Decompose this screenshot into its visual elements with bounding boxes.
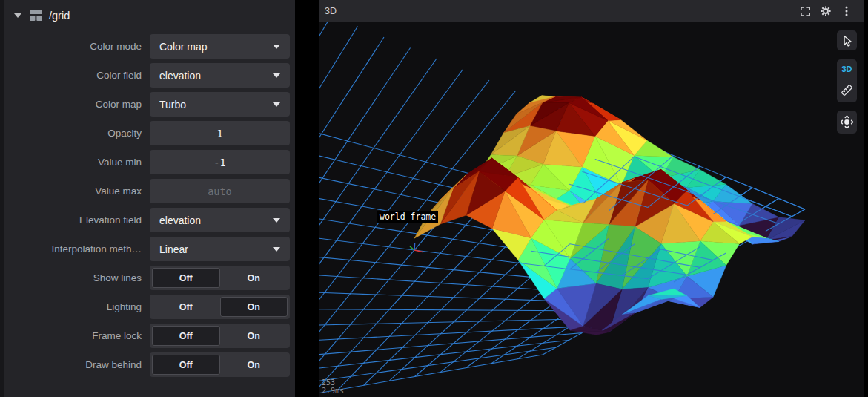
camera-3d-mode-button[interactable]: 3D xyxy=(841,65,852,73)
panel-3d: 3D world-frame 253 xyxy=(319,0,864,397)
lighting-toggle[interactable]: OffOn xyxy=(150,295,290,319)
settings-row-color-mode: Color modeColor map xyxy=(4,34,295,59)
render-count: 253 xyxy=(322,378,344,387)
topic-header[interactable]: /grid xyxy=(4,0,295,31)
value-max-label: Value max xyxy=(10,186,150,197)
pan-camera-button[interactable] xyxy=(837,111,857,134)
elevation-field-label: Elevation field xyxy=(10,214,150,226)
settings-gear-icon[interactable] xyxy=(818,3,834,19)
chevron-down-icon xyxy=(273,73,280,78)
settings-rows: Color modeColor mapColor fieldelevationC… xyxy=(4,31,295,377)
frame-lock-option-on[interactable]: On xyxy=(220,326,288,346)
chevron-down-icon xyxy=(273,247,280,252)
settings-sidebar: /grid Color modeColor mapColor fieldelev… xyxy=(0,0,295,397)
settings-row-value-min: Value min-1 xyxy=(4,150,295,174)
frame-lock-label: Frame lock xyxy=(10,330,150,341)
settings-row-value-max: Value maxauto xyxy=(4,179,295,203)
value-min-input[interactable]: -1 xyxy=(150,150,290,174)
settings-row-opacity: Opacity1 xyxy=(4,121,295,145)
frame-lock-option-off-selected[interactable]: Off xyxy=(152,326,220,346)
color-field-dropdown[interactable]: elevation xyxy=(150,63,290,88)
interpolation-method-value: Linear xyxy=(159,243,188,255)
color-field-label: Color field xyxy=(10,70,150,81)
opacity-input[interactable]: 1 xyxy=(150,121,290,145)
chevron-down-icon xyxy=(273,218,280,223)
show-lines-label: Show lines xyxy=(10,272,150,283)
color-mode-dropdown[interactable]: Color map xyxy=(150,34,290,59)
color-map-value: Turbo xyxy=(159,99,186,111)
value-max-input[interactable]: auto xyxy=(150,179,290,203)
settings-row-lighting: LightingOffOn xyxy=(4,295,295,319)
chevron-down-icon xyxy=(273,102,280,107)
grid-topic-icon xyxy=(30,10,42,21)
settings-row-color-map: Color mapTurbo xyxy=(4,92,295,117)
show-lines-toggle[interactable]: OffOn xyxy=(150,266,290,290)
color-mode-value: Color map xyxy=(159,41,208,53)
interpolation-method-dropdown[interactable]: Linear xyxy=(150,237,290,261)
elevation-field-dropdown[interactable]: elevation xyxy=(150,208,290,232)
lighting-option-off[interactable]: Off xyxy=(152,297,220,317)
opacity-value: 1 xyxy=(216,128,222,140)
color-map-dropdown[interactable]: Turbo xyxy=(150,92,290,117)
draw-behind-option-off-selected[interactable]: Off xyxy=(152,355,220,375)
settings-row-interpolation-method: Interpolation meth…Linear xyxy=(4,237,295,261)
lighting-label: Lighting xyxy=(10,301,150,312)
panel-title: 3D xyxy=(325,6,792,16)
color-field-value: elevation xyxy=(159,70,201,82)
settings-row-elevation-field: Elevation fieldelevation xyxy=(4,208,295,232)
settings-row-show-lines: Show linesOffOn xyxy=(4,266,295,290)
settings-row-frame-lock: Frame lockOffOn xyxy=(4,324,295,348)
show-lines-option-on[interactable]: On xyxy=(220,268,288,288)
app-window: /grid Color modeColor mapColor fieldelev… xyxy=(0,0,868,397)
panel-3d-header: 3D xyxy=(319,0,864,22)
render-stats: 253 2.9ms xyxy=(322,378,344,395)
3d-viewport[interactable]: world-frame 253 2.9ms 3D xyxy=(319,22,864,397)
expand-caret-icon[interactable] xyxy=(14,13,21,18)
color-mode-label: Color mode xyxy=(10,41,150,52)
select-pointer-button[interactable] xyxy=(837,30,857,50)
draw-behind-option-on[interactable]: On xyxy=(220,355,288,375)
frame-lock-toggle[interactable]: OffOn xyxy=(150,324,290,348)
measure-ruler-icon[interactable] xyxy=(840,83,854,97)
value-min-value: -1 xyxy=(213,157,225,168)
show-lines-option-off-selected[interactable]: Off xyxy=(152,268,220,288)
draw-behind-label: Draw behind xyxy=(10,359,150,370)
opacity-label: Opacity xyxy=(10,128,150,139)
topic-title: /grid xyxy=(49,10,70,22)
frame-time: 2.9ms xyxy=(322,387,344,395)
panel-divider[interactable] xyxy=(295,0,319,397)
settings-row-color-field: Color fieldelevation xyxy=(4,63,295,88)
lighting-option-on-selected[interactable]: On xyxy=(220,297,288,317)
color-map-label: Color map xyxy=(10,99,150,110)
settings-row-draw-behind: Draw behindOffOn xyxy=(4,352,295,377)
draw-behind-toggle[interactable]: OffOn xyxy=(150,352,290,377)
fullscreen-icon[interactable] xyxy=(797,3,813,19)
chevron-down-icon xyxy=(273,45,280,49)
value-max-placeholder: auto xyxy=(208,186,232,197)
viewport-toolbar: 3D xyxy=(837,30,857,134)
3d-scene-canvas[interactable] xyxy=(319,22,864,397)
value-min-label: Value min xyxy=(10,157,150,168)
camera-tools-group: 3D xyxy=(837,59,857,102)
frame-label: world-frame xyxy=(377,211,438,223)
interpolation-method-label: Interpolation meth… xyxy=(10,243,150,255)
more-kebab-icon[interactable] xyxy=(838,3,855,19)
elevation-field-value: elevation xyxy=(159,214,201,226)
